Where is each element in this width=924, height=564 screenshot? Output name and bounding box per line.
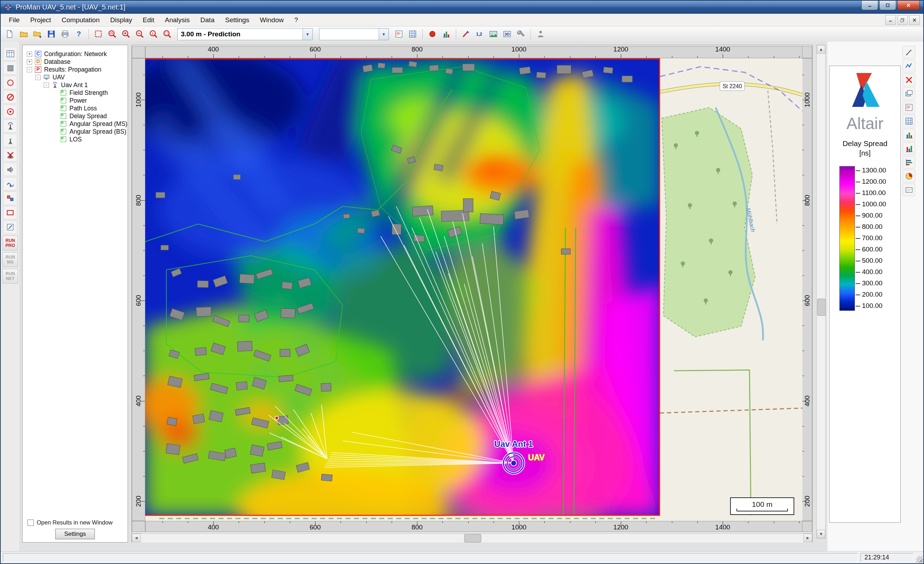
- settings-button[interactable]: Settings: [56, 529, 95, 539]
- open-results-checkbox-row[interactable]: Open Results in new Window: [27, 519, 113, 526]
- help-button[interactable]: ?: [72, 27, 86, 41]
- mdi-restore-button[interactable]: [897, 15, 908, 25]
- close-button[interactable]: [897, 1, 920, 10]
- map-view[interactable]: MühlbachSt 2240Uav Ant 1UAV100 m: [145, 58, 802, 521]
- grid-display-icon[interactable]: [903, 114, 915, 127]
- grid-button[interactable]: [406, 27, 419, 41]
- scroll-right-arrow[interactable]: ►: [803, 534, 812, 542]
- draw-line-icon[interactable]: [903, 46, 915, 59]
- selection-rect-icon[interactable]: [3, 206, 17, 220]
- user-button[interactable]: [534, 27, 547, 41]
- map-vertical-scrollbar[interactable]: ▲ ▼: [816, 45, 826, 538]
- zoom-in-button[interactable]: [120, 27, 132, 41]
- menu-project[interactable]: Project: [25, 14, 56, 26]
- open-recent-dropdown-button[interactable]: [31, 27, 44, 41]
- combo-dropdown-arrow[interactable]: ▼: [303, 29, 312, 40]
- menu-data[interactable]: Data: [195, 14, 220, 26]
- map-canvas[interactable]: MühlbachSt 2240Uav Ant 1UAV100 m: [145, 58, 802, 521]
- profile-icon[interactable]: [903, 60, 915, 72]
- fill-display-icon[interactable]: [3, 62, 17, 75]
- scroll-left-arrow[interactable]: ◄: [132, 534, 141, 542]
- tree-expander[interactable]: -: [44, 83, 49, 88]
- ruler-minor-tick: [188, 521, 188, 523]
- record-button[interactable]: [426, 27, 439, 41]
- secondary-select[interactable]: ▼: [319, 28, 389, 40]
- tree-configuration-network[interactable]: +CConfiguration: Network: [25, 50, 128, 58]
- resize-grip[interactable]: [916, 556, 922, 562]
- menu-file[interactable]: File: [3, 14, 25, 26]
- project-contents-icon[interactable]: [3, 47, 17, 60]
- menu-window[interactable]: Window: [255, 14, 289, 26]
- site-pair-icon[interactable]: [3, 191, 17, 205]
- open-file-button[interactable]: [17, 27, 30, 41]
- result-list-button[interactable]: [392, 27, 405, 41]
- paint-button[interactable]: [459, 27, 472, 41]
- scroll-down-arrow[interactable]: ▼: [817, 530, 825, 538]
- prediction-select[interactable]: 3.00 m - Prediction▼: [177, 28, 313, 40]
- menu-settings[interactable]: Settings: [220, 14, 255, 26]
- maximize-button[interactable]: [879, 1, 896, 10]
- new-file-button[interactable]: [3, 27, 16, 41]
- tree-expander[interactable]: +: [27, 59, 32, 65]
- image-export-button[interactable]: [487, 27, 500, 41]
- tree-power[interactable]: Power: [25, 97, 128, 104]
- combo-dropdown-arrow[interactable]: ▼: [379, 29, 388, 40]
- zoom-selection-button[interactable]: [92, 27, 105, 41]
- tree-expander[interactable]: +: [27, 51, 32, 57]
- save-button[interactable]: [45, 27, 58, 41]
- zoom-window-button[interactable]: [106, 27, 119, 41]
- tree-uav-ant-1[interactable]: -Uav Ant 1: [25, 81, 128, 89]
- delete-antenna-icon[interactable]: [3, 148, 17, 162]
- tree-field-strength[interactable]: Field Strength: [25, 89, 128, 97]
- tree-path-loss[interactable]: Path Loss: [25, 104, 128, 112]
- bar-chart-icon[interactable]: [903, 142, 915, 155]
- mdi-close-button[interactable]: [909, 15, 920, 25]
- zoom-out-button[interactable]: [133, 27, 146, 41]
- pie-chart-icon[interactable]: [903, 170, 915, 182]
- histogram-icon[interactable]: [903, 128, 915, 141]
- audio-icon[interactable]: [3, 162, 17, 176]
- options-button[interactable]: [514, 27, 527, 41]
- edit-icon[interactable]: [3, 220, 17, 234]
- tree-delay-spread[interactable]: Delay Spread: [25, 112, 128, 120]
- zoom-fit-button[interactable]: [161, 27, 174, 41]
- vertical-scroll-thumb[interactable]: [817, 299, 826, 316]
- draw-circle-icon[interactable]: [3, 76, 17, 89]
- menu-computation[interactable]: Computation: [56, 14, 105, 26]
- report-icon[interactable]: [903, 101, 915, 114]
- scroll-up-arrow[interactable]: ▲: [817, 45, 825, 54]
- chart-button[interactable]: [440, 27, 453, 41]
- values-icon[interactable]: [903, 183, 915, 196]
- zoom-original-button[interactable]: 1: [147, 27, 160, 41]
- print-button[interactable]: [58, 27, 72, 41]
- tree-expander[interactable]: -: [35, 75, 40, 80]
- run-pro-button[interactable]: RUNPRO: [3, 236, 18, 250]
- delete-drawing-icon[interactable]: [903, 74, 915, 86]
- view-3d-button[interactable]: 3D: [501, 27, 514, 41]
- coordinates-button[interactable]: 1,2: [473, 27, 486, 41]
- set-point-icon[interactable]: [3, 105, 17, 118]
- tree-database[interactable]: +DDatabase: [25, 58, 128, 66]
- uav-transmitter-marker[interactable]: [503, 453, 524, 473]
- menu-edit[interactable]: Edit: [138, 14, 160, 26]
- tree-expander[interactable]: -: [27, 67, 32, 72]
- propagation-icon[interactable]: [3, 177, 17, 191]
- exclusion-zone-icon[interactable]: [3, 90, 17, 104]
- tree-uav[interactable]: -UAV: [25, 74, 128, 81]
- antenna-icon[interactable]: [3, 119, 17, 132]
- horizontal-scroll-thumb[interactable]: [464, 534, 481, 543]
- tree-angular-spread-bs[interactable]: Angular Spread (BS): [25, 128, 128, 135]
- menu-display[interactable]: Display: [105, 14, 138, 26]
- tree-results-propagation[interactable]: -PResults: Propagation: [25, 66, 128, 74]
- tree-los[interactable]: LOS: [25, 135, 128, 143]
- menu-analysis[interactable]: Analysis: [160, 14, 195, 26]
- layers-icon[interactable]: [903, 87, 915, 100]
- tree-angular-spread-ms[interactable]: Angular Spread (MS): [25, 120, 128, 128]
- column-chart-icon[interactable]: [903, 156, 915, 168]
- menu-help[interactable]: ?: [289, 14, 303, 26]
- map-horizontal-scrollbar[interactable]: ◄ ►: [132, 533, 812, 543]
- open-results-checkbox[interactable]: [27, 520, 34, 526]
- site-icon[interactable]: [3, 134, 17, 147]
- minimize-button[interactable]: [861, 1, 878, 10]
- mdi-minimize-button[interactable]: [885, 15, 896, 25]
